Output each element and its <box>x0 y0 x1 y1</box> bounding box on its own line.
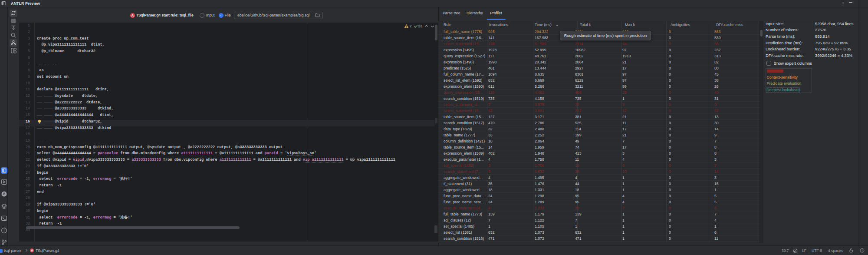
svg-text:A: A <box>3 192 6 196</box>
